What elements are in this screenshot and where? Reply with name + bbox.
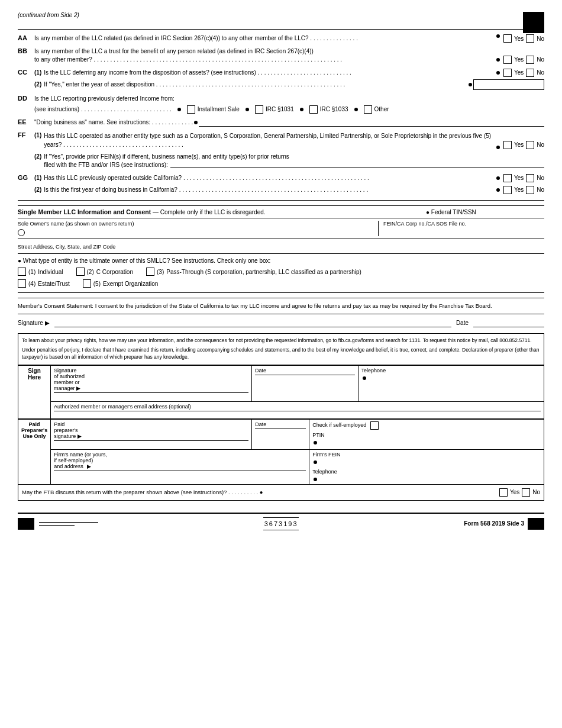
dot-GG2 [496, 188, 500, 192]
label-AA: AA [18, 34, 34, 41]
entity-label-1: Individual [38, 269, 63, 275]
email-row: Authorized member or manager's email add… [18, 401, 544, 418]
installment-label: Installment Sale [198, 105, 240, 114]
top-right-marker [523, 12, 544, 33]
auth-sig-line[interactable] [54, 392, 248, 400]
entity-estate-trust: (4) Estate/Trust [18, 279, 70, 288]
yesno-GG2: Yes No [503, 186, 544, 194]
dot-GG1 [496, 176, 500, 180]
sign-here-label: SignHere [18, 365, 51, 418]
dot-DD-3 [300, 108, 303, 111]
form-info: Form 568 2019 Side 3 [464, 520, 524, 527]
yes-label-GG2: Yes [514, 186, 524, 194]
telephone-cell: Telephone [358, 365, 544, 401]
question-DD: DD Is the LLC reporting previously defer… [18, 95, 544, 114]
paid-preparer-table: PaidPreparer'sUse Only Paidpreparer'ssig… [18, 419, 544, 485]
text-FF1: Has this LLC operated as another entity … [44, 131, 495, 149]
smllc-header-sub: — Complete only if the LLC is disregarde… [153, 209, 266, 215]
self-employed-checkbox[interactable] [370, 421, 379, 430]
sign-here-row: SignHere Signatureof authorizedmember or… [18, 365, 544, 401]
estate-trust-checkbox[interactable] [18, 279, 26, 288]
smllc-entity-section: ● What type of entity is the ultimate ow… [18, 257, 544, 288]
form-number: 3673193 [264, 520, 298, 527]
question-AA: AA Is any member of the LLC related (as … [18, 34, 544, 43]
yesno-CC1: Yes No [503, 69, 544, 77]
entity-label-3: Pass-Through (S corporation, partnership… [166, 269, 361, 275]
irc1033-checkbox[interactable] [309, 105, 318, 114]
irc1031-label: IRC §1031 [266, 105, 294, 114]
smllc-owner-row: Sole Owner's name (as shown on owner's r… [18, 218, 544, 239]
entity-label-5: Exempt Organization [103, 281, 158, 287]
text-DD: Is the LLC reporting previously deferred… [34, 95, 544, 103]
discuss-yes-checkbox[interactable] [499, 488, 508, 497]
label-BB: BB [18, 47, 34, 54]
question-GG1: GG (1) Has this LLC previously operated … [18, 174, 544, 194]
no-label-FF1: No [537, 141, 544, 149]
no-checkbox-CC1[interactable] [526, 69, 534, 77]
dot-BB [496, 58, 500, 62]
no-checkbox-AA[interactable] [526, 34, 534, 43]
no-label-GG1: No [537, 174, 544, 182]
question-EE: EE "Doing business as" name. See instruc… [18, 118, 544, 127]
paid-date-line[interactable] [255, 429, 306, 436]
sub-GG2: (2) [34, 186, 41, 194]
dot-FF1 [496, 146, 500, 149]
individual-checkbox[interactable] [18, 268, 26, 276]
discuss-no-checkbox[interactable] [522, 488, 530, 497]
bottom-right: Form 568 2019 Side 3 [464, 518, 544, 530]
ee-answer-line[interactable] [199, 118, 544, 127]
cc2-answer-field[interactable] [473, 79, 544, 90]
dd-irc1031: IRC §1031 [255, 105, 294, 114]
paid-preparer-row: PaidPreparer'sUse Only Paidpreparer'ssig… [18, 419, 544, 449]
no-checkbox-GG2[interactable] [526, 186, 534, 194]
owner-radio[interactable] [18, 229, 25, 236]
passthrough-checkbox[interactable] [146, 268, 154, 276]
firm-row: Firm's name (or yours,if self-employed)a… [18, 449, 544, 484]
yes-checkbox-GG2[interactable] [503, 186, 512, 194]
label-GG: GG [18, 174, 34, 181]
installment-checkbox[interactable] [187, 105, 195, 114]
dot-AA [496, 34, 500, 38]
discuss-text: May the FTB discuss this return with the… [22, 489, 497, 495]
privacy-line1: To learn about your privacy rights, how … [22, 337, 540, 344]
consent-text: Member's Consent Statement: I consent to… [18, 302, 492, 309]
exempt-checkbox[interactable] [83, 279, 91, 288]
paid-date-cell: Date [252, 419, 309, 449]
other-checkbox[interactable] [364, 105, 372, 114]
sub-FF2: (2) [34, 153, 41, 161]
sub-CC2: (2) [34, 80, 41, 89]
smllc-date-line[interactable] [473, 318, 544, 327]
yes-checkbox-BB[interactable] [503, 56, 512, 64]
yes-checkbox-AA[interactable] [503, 34, 512, 43]
entity-types-row-1: (1) Individual (2) C Corporation (3) Pas… [18, 268, 544, 276]
other-label: Other [374, 105, 389, 114]
label-EE: EE [18, 118, 34, 125]
yes-checkbox-CC1[interactable] [503, 69, 512, 77]
ff2-answer-line[interactable] [170, 162, 544, 168]
irc1031-checkbox[interactable] [255, 105, 263, 114]
sign-date-line[interactable] [255, 375, 355, 382]
no-checkbox-GG1[interactable] [526, 174, 534, 182]
fein-label: FEIN/CA Corp no./CA SOS File no. [383, 221, 544, 227]
yes-checkbox-FF1[interactable] [503, 141, 512, 149]
smllc-sig-line[interactable] [54, 318, 451, 327]
ee-line: "Doing business as" name. See instructio… [34, 118, 544, 127]
entity-num-5: (5) [93, 281, 101, 287]
no-checkbox-BB[interactable] [526, 56, 534, 64]
yes-label-BB: Yes [514, 56, 524, 64]
paid-sig-line[interactable] [54, 440, 248, 447]
smllc-signature-row: Signature ▶ Date [18, 314, 544, 331]
text-CC2: If "Yes," enter the year of asset dispos… [44, 80, 467, 89]
dot-CC1 [496, 71, 500, 75]
no-checkbox-FF1[interactable] [526, 141, 534, 149]
no-label-CC1: No [537, 69, 544, 77]
yes-checkbox-GG1[interactable] [503, 174, 512, 182]
email-line[interactable] [54, 411, 541, 417]
ccorp-checkbox[interactable] [76, 268, 85, 276]
yes-label-CC1: Yes [514, 69, 524, 77]
bottom-center-line2 [263, 530, 299, 530]
firm-name-line[interactable] [54, 471, 306, 476]
bottom-line-2 [39, 525, 75, 526]
street-label: Street Address, City, State, and ZIP Cod… [18, 244, 544, 250]
date-cell: Date [252, 365, 358, 401]
